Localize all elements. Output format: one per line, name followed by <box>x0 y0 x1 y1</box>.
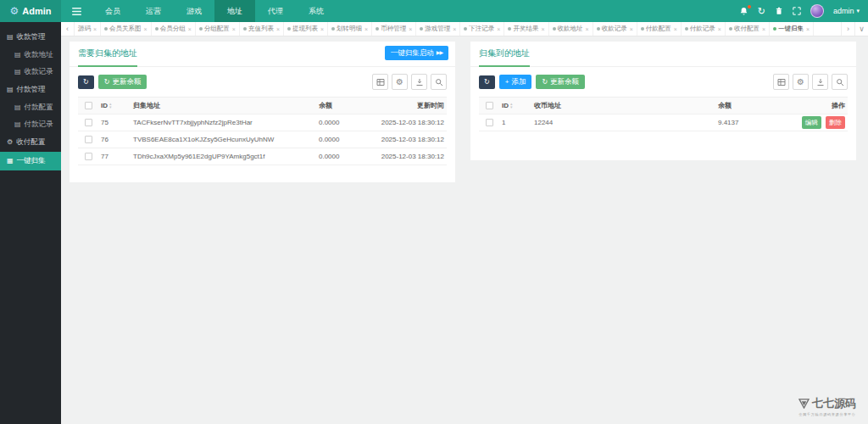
tab-home[interactable]: 源码× <box>75 22 101 36</box>
close-icon[interactable]: × <box>232 26 236 32</box>
tab-bet-records[interactable]: 下注记录× <box>460 22 504 36</box>
table-toolbar: ↻ + 添加 ↻ 更新余额 ⚙ <box>470 67 856 97</box>
edit-button[interactable]: 编辑 <box>802 116 821 129</box>
row-checkbox[interactable] <box>85 153 92 160</box>
nav-item-system[interactable]: 系统 <box>296 0 337 22</box>
one-click-collect-button[interactable]: 一键归集启动 ▶▶ <box>385 46 448 60</box>
brand-logo: ⚙ Admin <box>0 0 61 22</box>
toolbar-icon-group: ⚙ <box>372 74 447 90</box>
fullscreen-icon[interactable] <box>793 7 801 15</box>
close-icon[interactable]: × <box>320 26 324 32</box>
tab-receive-address[interactable]: 收款地址× <box>549 22 593 36</box>
sidebar-item-receive-management[interactable]: ▤ 收款管理 <box>0 28 61 47</box>
user-avatar[interactable] <box>810 4 824 18</box>
close-icon[interactable]: × <box>630 26 633 32</box>
tab-receive-pay-config[interactable]: 收付配置× <box>726 22 770 36</box>
search-icon[interactable] <box>431 74 447 90</box>
username: admin <box>833 7 854 15</box>
close-icon[interactable]: × <box>453 26 456 32</box>
close-icon[interactable]: × <box>718 26 721 32</box>
tab-dot <box>553 27 556 31</box>
nav-item-agent[interactable]: 代理 <box>255 0 296 22</box>
select-all-checkbox[interactable] <box>85 102 92 109</box>
settings-icon[interactable]: ⚙ <box>392 74 408 90</box>
column-header-updated: 更新时间 <box>377 98 447 114</box>
close-icon[interactable]: × <box>93 26 97 32</box>
close-icon[interactable]: × <box>806 26 810 32</box>
refresh-icon: ↻ <box>83 79 89 86</box>
tab-lottery-results[interactable]: 开奖结果× <box>504 22 548 36</box>
select-all-checkbox[interactable] <box>486 102 493 109</box>
row-checkbox[interactable] <box>85 136 92 143</box>
delete-button[interactable]: 删除 <box>826 116 845 129</box>
reload-button[interactable]: ↻ <box>78 75 94 89</box>
close-icon[interactable]: × <box>586 26 589 32</box>
tab-dot <box>155 27 159 31</box>
tabs-scroll-left-icon[interactable]: ‹ <box>61 22 75 36</box>
column-header-address: 归集地址 <box>131 98 316 114</box>
export-icon[interactable] <box>411 74 427 90</box>
tab-dot <box>685 27 688 31</box>
sidebar-item-receive-records[interactable]: ▤ 收款记录 <box>0 64 61 81</box>
close-icon[interactable]: × <box>762 26 765 32</box>
nav-item-operations[interactable]: 运营 <box>133 0 174 22</box>
sidebar-item-payment-records[interactable]: ▤ 付款记录 <box>0 116 61 133</box>
sidebar-item-payment-config[interactable]: ▤ 付款配置 <box>0 99 61 116</box>
nav-item-members[interactable]: 会员 <box>92 0 133 22</box>
row-checkbox[interactable] <box>486 119 493 126</box>
clear-cache-icon[interactable] <box>775 7 783 15</box>
table-header-row: ID▴▾ 归集地址 余额 更新时间 <box>78 98 447 114</box>
nav-item-games[interactable]: 游戏 <box>174 0 214 22</box>
settings-icon[interactable]: ⚙ <box>793 74 809 90</box>
cell-updated: 2025-12-03 18:30:12 <box>377 131 447 148</box>
sort-icon[interactable]: ▴▾ <box>109 103 112 109</box>
sidebar-item-payment-management[interactable]: ▤ 付款管理 <box>0 81 61 99</box>
nav-item-address[interactable]: 地址 <box>214 0 255 22</box>
add-button[interactable]: + 添加 <box>499 75 532 89</box>
notification-bell-icon[interactable] <box>739 7 748 16</box>
tab-receive-records[interactable]: 收款记录× <box>593 22 637 36</box>
tab-currency-management[interactable]: 币种管理× <box>372 22 416 36</box>
tab-transfer-detail[interactable]: 划转明细× <box>328 22 372 36</box>
close-icon[interactable]: × <box>276 26 280 32</box>
reload-button[interactable]: ↻ <box>479 75 495 89</box>
close-icon[interactable]: × <box>541 26 544 32</box>
tab-group-config[interactable]: 分组配置× <box>196 22 240 36</box>
close-icon[interactable]: × <box>144 26 147 32</box>
row-checkbox[interactable] <box>85 119 92 126</box>
update-balance-button[interactable]: ↻ 更新余额 <box>536 75 585 89</box>
user-dropdown[interactable]: admin ▾ <box>833 7 860 15</box>
tab-one-click-collect[interactable]: 一键归集× <box>770 22 814 36</box>
sort-icon[interactable]: ▴▾ <box>510 103 513 109</box>
search-icon[interactable] <box>832 74 848 90</box>
sidebar-item-one-click-collect[interactable]: ▦ 一键归集 <box>0 152 61 170</box>
panel-collect-target: 归集到的地址 ↻ + 添加 ↻ 更新余额 ⚙ ID▴▾ <box>470 42 856 160</box>
column-header-id[interactable]: ID▴▾ <box>98 98 131 114</box>
tabs-menu-icon[interactable]: ∨ <box>854 22 868 36</box>
tabs-scroll-right-icon[interactable]: › <box>841 22 854 36</box>
tab-payment-config[interactable]: 付款配置× <box>637 22 682 36</box>
close-icon[interactable]: × <box>188 26 192 32</box>
tab-member-relation[interactable]: 会员关系图× <box>101 22 152 36</box>
column-header-id[interactable]: ID▴▾ <box>499 98 531 114</box>
filter-columns-icon[interactable] <box>372 74 388 90</box>
tab-payment-records[interactable]: 付款记录× <box>682 22 726 36</box>
filter-columns-icon[interactable] <box>773 74 789 90</box>
close-icon[interactable]: × <box>364 26 368 32</box>
sidebar-item-receive-address[interactable]: ▤ 收款地址 <box>0 47 61 64</box>
export-icon[interactable] <box>812 74 828 90</box>
menu-toggle-icon[interactable] <box>61 0 92 22</box>
cell-id: 76 <box>98 131 131 148</box>
update-balance-button[interactable]: ↻ 更新余额 <box>98 75 147 89</box>
close-icon[interactable]: × <box>674 26 677 32</box>
sidebar: ▤ 收款管理 ▤ 收款地址 ▤ 收款记录 ▤ 付款管理 ▤ 付款配置 ▤ 付款记… <box>0 22 61 424</box>
tab-deposit-list[interactable]: 充值列表× <box>240 22 284 36</box>
tab-game-management[interactable]: 游戏管理× <box>416 22 460 36</box>
tab-withdraw-list[interactable]: 提现列表× <box>284 22 328 36</box>
close-icon[interactable]: × <box>497 26 500 32</box>
refresh-icon[interactable]: ↻ <box>758 7 765 16</box>
sidebar-item-receive-pay-config[interactable]: ⚙ 收付配置 <box>0 133 61 152</box>
close-icon[interactable]: × <box>409 26 412 32</box>
tab-member-groups[interactable]: 会员分组× <box>152 22 196 36</box>
table-row: 77 TDh9cJxaXMp5y961E2dgUP9YAmkg5gct1f 0.… <box>78 148 447 165</box>
